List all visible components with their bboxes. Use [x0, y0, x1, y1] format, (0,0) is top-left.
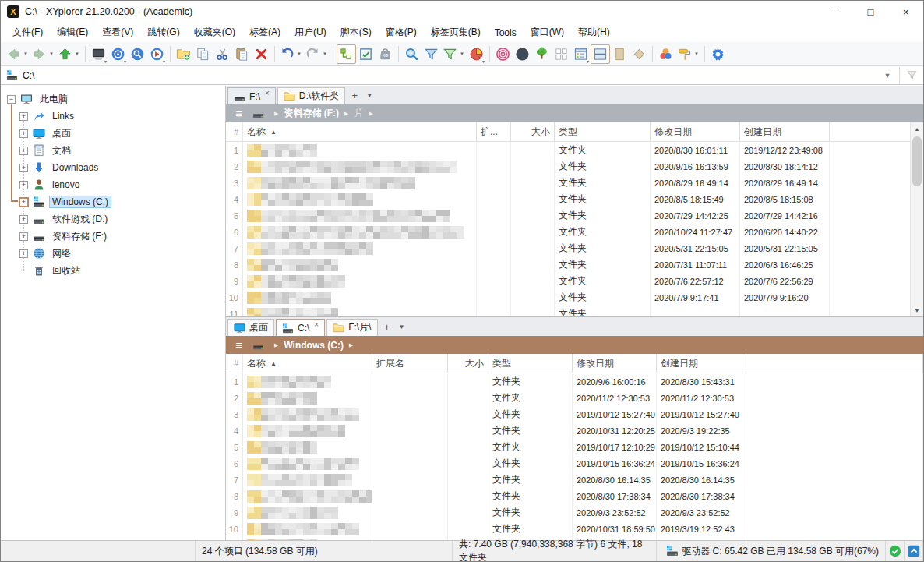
- toolbar-up-button[interactable]: ▼: [56, 44, 82, 64]
- visual-filter-icon[interactable]: [900, 69, 923, 81]
- toolbar-statistics-button[interactable]: ▼: [467, 44, 486, 64]
- tree-item-6[interactable]: +Windows (C:): [1, 193, 225, 210]
- toolbar-copy-button[interactable]: [193, 44, 213, 64]
- tree-expander-icon[interactable]: +: [19, 249, 28, 258]
- column-header-0[interactable]: #: [226, 122, 243, 141]
- scroll-up-icon[interactable]: ▲: [911, 122, 923, 135]
- toolbar-go-to-button[interactable]: ▼: [147, 44, 167, 64]
- address-input[interactable]: C:\: [23, 70, 34, 81]
- tree-expander-icon[interactable]: +: [19, 164, 28, 172]
- tree-item-8[interactable]: +资料存储 (F:): [1, 228, 225, 245]
- file-row[interactable]: 2文件夹2020/11/2 12:30:532020/11/2 12:30:53: [226, 390, 923, 406]
- toolbar-undo-button[interactable]: ▼: [278, 44, 304, 64]
- menu-item-4[interactable]: 收藏夹(O): [187, 23, 242, 41]
- column-header-3[interactable]: 大小: [448, 354, 488, 373]
- tab-list-dropdown-icon[interactable]: ▼: [362, 92, 376, 99]
- tab-bottom-1[interactable]: C:\×: [276, 319, 325, 336]
- toolbar-details-view-button[interactable]: ▼: [571, 44, 591, 64]
- toolbar-quick-search-button[interactable]: [128, 44, 147, 64]
- tree-expander-icon[interactable]: +: [19, 181, 28, 189]
- menu-item-3[interactable]: 跳转(G): [140, 23, 186, 41]
- file-row[interactable]: 5文件夹2019/10/17 12:10:292019/10/12 15:10:…: [226, 439, 923, 455]
- toolbar-filter-green-button[interactable]: ▼: [441, 44, 467, 64]
- tab-bottom-2[interactable]: F:\片\: [326, 319, 377, 336]
- toolbar-forward-button[interactable]: ▼: [30, 44, 56, 64]
- tree-expander-icon[interactable]: +: [19, 215, 28, 224]
- toolbar-customize-colors-button[interactable]: ▼: [675, 44, 701, 64]
- redo-dropdown-icon[interactable]: ▼: [322, 51, 328, 56]
- maximize-button[interactable]: □: [853, 1, 888, 23]
- close-button[interactable]: ×: [888, 1, 923, 23]
- up-dropdown-icon[interactable]: ▼: [74, 51, 80, 56]
- customize-colors-dropdown-icon[interactable]: ▼: [693, 51, 700, 56]
- back-dropdown-icon[interactable]: ▼: [23, 51, 29, 56]
- scroll-down-icon[interactable]: ▼: [911, 304, 923, 316]
- new-tab-button[interactable]: +: [379, 321, 395, 333]
- menu-item-5[interactable]: 标签(A): [242, 23, 287, 41]
- file-row[interactable]: 8文件夹2020/7/31 11:07:112020/6/3 16:46:25: [226, 256, 923, 273]
- tree-item-10[interactable]: 回收站: [1, 262, 225, 279]
- column-header-1[interactable]: 名称▲: [243, 122, 477, 141]
- tab-top-0[interactable]: F:\×: [227, 87, 276, 104]
- tab-list-dropdown-icon[interactable]: ▼: [395, 323, 409, 330]
- file-row[interactable]: 7文件夹2020/8/30 16:14:352020/8/30 16:14:35: [226, 472, 923, 488]
- menu-item-10[interactable]: Tools: [488, 25, 524, 41]
- toolbar-float-preview-button[interactable]: [630, 44, 649, 64]
- tree-expander-icon[interactable]: +: [19, 112, 28, 121]
- column-header-0[interactable]: #: [226, 354, 243, 373]
- column-header-2[interactable]: 扩展名: [372, 354, 448, 373]
- toolbar-back-button[interactable]: ▼: [5, 44, 30, 64]
- tree-item-5[interactable]: +lenovo: [1, 176, 225, 193]
- menu-item-8[interactable]: 窗格(P): [379, 23, 424, 41]
- toolbar-search-button[interactable]: [402, 44, 421, 64]
- menu-item-6[interactable]: 用户(U): [287, 23, 333, 41]
- tab-top-1[interactable]: D:\软件类: [277, 87, 345, 104]
- toolbar-redo-button[interactable]: ▼: [304, 44, 330, 64]
- file-row[interactable]: 8文件夹2020/8/30 17:38:342020/8/30 17:38:34: [226, 488, 923, 504]
- toolbar-new-folder-button[interactable]: [174, 44, 193, 64]
- file-row[interactable]: 1文件夹2020/9/6 16:00:162020/8/30 15:43:31: [226, 373, 923, 390]
- file-row[interactable]: 3文件夹2019/10/12 15:27:402019/10/12 15:27:…: [226, 406, 923, 422]
- menu-item-0[interactable]: 文件(F): [5, 23, 50, 41]
- column-header-4[interactable]: 类型: [555, 122, 651, 141]
- scrollbar-thumb[interactable]: [912, 136, 922, 186]
- tree-item-7[interactable]: +软件游戏 (D:): [1, 210, 225, 228]
- toolbar-settings-button[interactable]: [708, 44, 728, 64]
- column-header-5[interactable]: 修改日期: [651, 122, 740, 141]
- tab-close-icon[interactable]: ×: [265, 90, 270, 97]
- file-row[interactable]: 9文件夹2020/9/3 23:52:522020/9/3 23:52:52: [226, 504, 923, 521]
- file-row[interactable]: 4文件夹2020/10/31 12:20:252020/9/3 19:22:35: [226, 422, 923, 439]
- toolbar-thumbnails-button[interactable]: [552, 44, 571, 64]
- undo-dropdown-icon[interactable]: ▼: [296, 51, 302, 56]
- tree-expander-icon[interactable]: −: [7, 95, 16, 104]
- toolbar-checkbox-selection-button[interactable]: [356, 44, 376, 64]
- breadcrumb-segment[interactable]: 资料存储 (F:): [284, 107, 339, 120]
- tree-expander-icon[interactable]: +: [19, 197, 29, 207]
- file-row[interactable]: 9文件夹2020/7/6 22:57:122020/7/6 22:56:29: [226, 273, 923, 289]
- file-row[interactable]: 1文件夹2020/8/30 16:01:112019/12/12 23:49:0…: [226, 142, 923, 158]
- toolbar-hotlist-button[interactable]: ▼: [108, 44, 128, 64]
- toolbar-horizontal-panes-button[interactable]: [591, 44, 610, 64]
- menu-item-7[interactable]: 脚本(S): [333, 23, 379, 41]
- breadcrumb-segment[interactable]: 片: [354, 107, 363, 120]
- address-bar[interactable]: C:\ ▼: [1, 66, 923, 85]
- tree-item-2[interactable]: +桌面: [1, 125, 225, 142]
- forward-dropdown-icon[interactable]: ▼: [48, 51, 55, 56]
- file-row[interactable]: 10文件夹2020/7/9 9:17:412020/7/9 9:16:20: [226, 289, 923, 306]
- tree-expander-icon[interactable]: +: [19, 147, 28, 155]
- hotlist-dropdown-icon[interactable]: ▼: [123, 59, 127, 64]
- tab-bottom-0[interactable]: 桌面: [227, 319, 274, 336]
- menu-item-11[interactable]: 窗口(W): [524, 23, 571, 41]
- tree-item-4[interactable]: +Downloads: [1, 159, 225, 176]
- vertical-scrollbar[interactable]: ▲▼: [910, 122, 923, 316]
- file-row[interactable]: 6文件夹2019/10/15 16:36:242019/10/15 16:36:…: [226, 455, 923, 472]
- file-row[interactable]: 3文件夹2020/8/29 16:49:142020/8/29 16:49:14: [226, 175, 923, 191]
- tree-item-1[interactable]: +Links: [1, 108, 225, 125]
- tree-item-3[interactable]: +文档: [1, 142, 225, 159]
- menu-item-2[interactable]: 查看(V): [95, 23, 140, 41]
- file-row[interactable]: 4文件夹2020/8/5 18:15:492020/8/5 18:15:08: [226, 191, 923, 207]
- address-dropdown-button[interactable]: ▼: [876, 72, 899, 80]
- toolbar-folder-tree-button[interactable]: [532, 44, 552, 64]
- file-row[interactable]: 7文件夹2020/5/31 22:15:052020/5/31 22:15:05: [226, 240, 923, 256]
- breadcrumb-segment[interactable]: Windows (C:): [284, 340, 344, 351]
